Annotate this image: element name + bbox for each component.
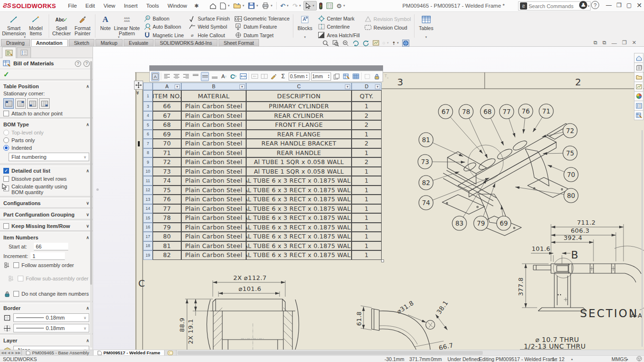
keep-missing-checkbox[interactable]: [3, 223, 9, 229]
design-checker-button[interactable]: [317, 1, 324, 10]
evaluate-list-button[interactable]: [325, 1, 334, 10]
bom-cell-qty[interactable]: 1: [352, 148, 382, 158]
bom-cell-item[interactable]: 73: [153, 167, 181, 176]
select-tool-button[interactable]: ▼: [303, 1, 317, 10]
blocks-button[interactable]: A Blocks ▼: [295, 13, 314, 39]
bom-cell-material[interactable]: Plain Carbon Steel: [181, 120, 246, 130]
graphics-area[interactable]: 3 2 C: [93, 47, 644, 350]
doc-previous-window-icon[interactable]: ⧉: [593, 40, 597, 46]
bom-cell-description[interactable]: AL TUBE 6 x 3 RECT x 0.1875 WALL: [246, 223, 352, 232]
options-button[interactable]: ⚙▼: [335, 1, 347, 10]
custom-properties-icon[interactable]: [634, 101, 644, 111]
bom-cell-material[interactable]: Plain Carbon Steel: [181, 139, 246, 148]
align-top-icon[interactable]: [191, 72, 199, 81]
bom-cell-item[interactable]: 74: [153, 176, 181, 186]
maximize-button[interactable]: ▢: [626, 2, 632, 9]
bom-cell-item[interactable]: 80: [153, 232, 181, 241]
bom-cell-description[interactable]: AL TUBE 6 x 3 RECT x 0.1875 WALL: [246, 204, 352, 214]
bom-cell-material[interactable]: Plain Carbon Steel: [181, 223, 246, 232]
dissolve-row[interactable]: Dissolve part level rows: [0, 175, 93, 183]
bom-cell-material[interactable]: Plain Carbon Steel: [181, 213, 246, 223]
bom-cell-qty[interactable]: 1: [352, 223, 382, 232]
new-document-button[interactable]: ▼: [218, 1, 231, 10]
next-sheet-icon[interactable]: ▶: [11, 351, 14, 355]
bom-cell-item[interactable]: 82: [153, 250, 181, 260]
bom-cell-item[interactable]: 67: [153, 111, 181, 121]
redraw-icon[interactable]: [362, 40, 369, 47]
header-material[interactable]: MATERIAL: [181, 90, 246, 102]
datum-target-button[interactable]: Datum Target: [233, 31, 291, 39]
row-number[interactable]: 16: [143, 223, 153, 232]
bom-cell-qty[interactable]: 1: [352, 176, 382, 186]
bom-cell-qty[interactable]: 1: [352, 167, 382, 176]
cyl-dim-4[interactable]: 2X 19.1: [187, 319, 194, 344]
bom-cell-description[interactable]: REAR HANDLE BRACKET: [246, 139, 352, 148]
new-document-caret-icon[interactable]: ▼: [227, 4, 230, 7]
bom-cell-description[interactable]: AL TUBE 6 x 3 RECT x 0.1875 WALL: [246, 186, 352, 195]
calc-qty-row[interactable]: Calculate quantity using BOM quantity: [0, 183, 93, 196]
datum-feature-button[interactable]: A Datum Feature: [233, 23, 291, 31]
vertical-scrollbar[interactable]: [642, 130, 643, 347]
dissolve-checkbox[interactable]: [3, 176, 9, 182]
doc-close-button[interactable]: ✕: [632, 40, 636, 46]
tables-flyout-icon[interactable]: ▼: [425, 36, 427, 39]
model-items-button[interactable]: Model Items: [25, 13, 47, 39]
sheet-tab-base-assembly[interactable]: PM009465 - Base Assembly: [22, 350, 93, 355]
auto-balloon-button[interactable]: Auto Balloon: [142, 23, 185, 31]
section-keep-missing-item[interactable]: Keep Missing Item/Row∨: [0, 221, 93, 230]
tab-annotation[interactable]: Annotation: [31, 39, 68, 46]
bom-cell-item[interactable]: 71: [153, 148, 181, 158]
follow-assembly-checkbox[interactable]: [13, 262, 19, 268]
dim-392[interactable]: 392.4: [563, 234, 582, 241]
bom-cell-description[interactable]: AL TUBE 6 x 3 RECT x 0.1875 WALL: [246, 250, 352, 260]
menu-view[interactable]: View: [99, 2, 120, 10]
sheet-tab-welded-frame[interactable]: PM009517 - Welded Frame: [93, 350, 165, 355]
align-right-icon[interactable]: [182, 72, 190, 81]
row-number[interactable]: 14: [143, 204, 153, 214]
row-number[interactable]: 12: [143, 186, 153, 195]
menu-window[interactable]: Window: [163, 2, 191, 10]
search-input[interactable]: [529, 3, 580, 9]
doc-minimize-button[interactable]: —: [612, 40, 617, 46]
hidden-row-indicator-icon[interactable]: ≪: [135, 91, 140, 94]
rotate-view-icon[interactable]: [352, 40, 359, 47]
row-number[interactable]: 15: [143, 213, 153, 223]
bom-cell-qty[interactable]: 1: [352, 195, 382, 204]
row-number[interactable]: 3: [143, 102, 153, 111]
corner-bottom-left-button[interactable]: [27, 98, 38, 109]
corner-top-right-button[interactable]: [15, 98, 26, 109]
bom-cell-material[interactable]: Plain Carbon Steel: [181, 195, 246, 204]
row-number[interactable]: 11: [143, 176, 153, 186]
open-caret-icon[interactable]: ▼: [242, 4, 245, 7]
bom-cell-qty[interactable]: 1: [352, 130, 382, 139]
format-painter-button[interactable]: Format Painter: [72, 13, 93, 39]
bom-cell-description[interactable]: AL TUBE 6 x 3 RECT x 0.1875 WALL: [246, 241, 352, 251]
bom-cell-qty[interactable]: 1: [352, 102, 382, 111]
do-not-change-row[interactable]: Do not change item numbers: [0, 290, 93, 298]
zoom-fit-icon[interactable]: [322, 40, 329, 47]
quick-tips-icon[interactable]: [636, 356, 642, 362]
bom-cell-description[interactable]: PRIMARY CYLINDER: [246, 102, 352, 111]
row-number[interactable]: 17: [143, 232, 153, 241]
bom-cell-qty[interactable]: 2: [352, 139, 382, 148]
bom-cell-description[interactable]: Al TUBE 1 SQR x 0.058 WALL: [246, 157, 352, 167]
scale-caret-icon[interactable]: ▲: [571, 358, 573, 361]
bom-cell-description[interactable]: Al TUBE 1 SQR x 0.058 WALL: [246, 167, 352, 176]
smart-dimension-button[interactable]: Smart Dimension: [3, 13, 25, 39]
row-number[interactable]: 13: [143, 195, 153, 204]
lock-table-icon[interactable]: [373, 72, 381, 81]
indented-radio[interactable]: [3, 145, 9, 151]
row-number[interactable]: 1: [143, 90, 153, 102]
tab-sketch[interactable]: Sketch: [69, 39, 94, 46]
column-c-header[interactable]: C▼: [246, 83, 352, 90]
bom-cell-item[interactable]: 78: [153, 213, 181, 223]
bom-cell-description[interactable]: FRONT FLANGE: [246, 120, 352, 130]
linear-note-pattern-button[interactable]: AAAAAA Linear Note Pattern: [114, 13, 140, 39]
row-number[interactable]: 6: [143, 130, 153, 139]
minimize-button[interactable]: —: [606, 2, 612, 9]
bom-cell-description[interactable]: AL TUBE 6 x 3 RECT x 0.1875 WALL: [246, 213, 352, 223]
row-number[interactable]: 7: [143, 139, 153, 148]
row-number[interactable]: 18: [143, 241, 153, 251]
pin-menu-icon[interactable]: ✱: [194, 3, 198, 9]
bom-cell-description[interactable]: REAR CYLINDER: [246, 111, 352, 121]
